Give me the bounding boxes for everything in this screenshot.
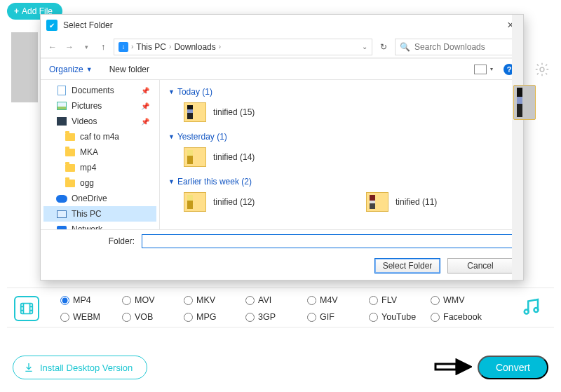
format-label: MPG [196, 312, 216, 322]
format-label: MP4 [73, 295, 91, 305]
format-radio[interactable] [60, 313, 69, 322]
format-label: 3GP [258, 312, 276, 322]
sidebar-item-videos[interactable]: Videos📌 [43, 114, 156, 129]
dialog-button-row: Select Folder Cancel [41, 252, 523, 280]
format-radio[interactable] [307, 296, 316, 305]
folder-item[interactable]: tinified (14) [184, 147, 310, 167]
sidebar-item-caf-to-m4a[interactable]: caf to m4a [43, 129, 156, 144]
format-option-mov[interactable]: MOV [122, 295, 184, 305]
view-mode-icon[interactable] [474, 65, 487, 74]
settings-icon[interactable] [534, 62, 550, 77]
breadcrumb-segment[interactable]: Downloads [174, 42, 215, 52]
sidebar-item-ogg[interactable]: ogg [43, 175, 156, 191]
section-heading[interactable]: ▼Today (1) [168, 87, 515, 97]
format-option-vob[interactable]: VOB [122, 312, 184, 322]
format-radio[interactable] [245, 313, 255, 322]
sidebar-item-network[interactable]: Network [43, 222, 156, 229]
sidebar-item-mka[interactable]: MKA [43, 144, 156, 160]
queue-placeholder [11, 32, 38, 102]
forward-icon[interactable]: → [63, 41, 76, 53]
format-option-mpg[interactable]: MPG [184, 312, 245, 322]
chevron-down-icon: ▼ [168, 178, 175, 185]
chevron-down-icon[interactable]: ⌄ [362, 43, 367, 50]
format-radio[interactable] [431, 313, 440, 322]
folder-content-pane[interactable]: ▼Today (1)tinified (15)▼Yesterday (1)tin… [160, 80, 523, 229]
folder-icon [366, 192, 388, 212]
format-radio[interactable] [184, 313, 193, 322]
format-option-mp4[interactable]: MP4 [60, 295, 122, 305]
chevron-right-icon: › [219, 43, 221, 50]
app-icon: ✔ [46, 20, 58, 31]
install-desktop-button[interactable]: Install Desktop Version [13, 356, 147, 379]
format-option-gif[interactable]: GIF [307, 312, 369, 322]
search-input[interactable] [414, 42, 513, 52]
format-radio[interactable] [369, 313, 378, 322]
format-radio[interactable] [369, 296, 378, 305]
chevron-down-icon[interactable]: ▾ [80, 41, 93, 53]
sidebar-item-label: This PC [72, 209, 102, 219]
folder-name-row: Folder: [41, 229, 523, 252]
section-heading[interactable]: ▼Yesterday (1) [168, 132, 515, 142]
sidebar-item-mp4[interactable]: mp4 [43, 160, 156, 175]
section-heading-label: Today (1) [177, 87, 212, 97]
format-label: M4V [320, 295, 338, 305]
organize-menu[interactable]: Organize ▼ [49, 65, 93, 74]
sidebar-item-label: MKA [80, 147, 98, 157]
folder-label: Folder: [50, 236, 137, 246]
up-icon[interactable]: ↑ [97, 41, 109, 53]
sidebar-item-onedrive[interactable]: OneDrive [43, 191, 156, 206]
folder-icon [184, 192, 206, 212]
search-box[interactable]: 🔍 [395, 39, 518, 55]
doc-icon [56, 86, 67, 95]
svg-rect-4 [435, 364, 457, 370]
folder-input[interactable] [142, 234, 513, 248]
organize-label: Organize [49, 65, 83, 74]
select-folder-button[interactable]: Select Folder [374, 258, 440, 273]
format-option-webm[interactable]: WEBM [60, 312, 122, 322]
format-radio[interactable] [245, 296, 255, 305]
format-option-facebook[interactable]: Facebook [431, 312, 492, 322]
section-heading[interactable]: ▼Earlier this week (2) [168, 177, 515, 187]
folder-item[interactable]: tinified (15) [184, 102, 310, 122]
format-radio[interactable] [307, 313, 316, 322]
format-option-mkv[interactable]: MKV [184, 295, 245, 305]
format-radio[interactable] [122, 296, 131, 305]
footer-bar: Install Desktop Version Convert [0, 356, 561, 379]
format-option-3gp[interactable]: 3GP [245, 312, 307, 322]
back-icon[interactable]: ← [46, 41, 59, 53]
format-label: YouTube [381, 312, 416, 322]
sidebar-item-this-pc[interactable]: This PC [43, 206, 156, 222]
sidebar-item-documents[interactable]: Documents📌 [43, 83, 156, 98]
pin-icon: 📌 [141, 118, 149, 126]
folder-tree-sidebar[interactable]: Documents📌Pictures📌Videos📌caf to m4aMKAm… [41, 80, 160, 229]
svg-point-2 [525, 310, 529, 314]
audio-mode-icon[interactable] [520, 296, 544, 320]
pin-icon: 📌 [141, 87, 149, 95]
annotation-arrow-icon [433, 358, 472, 377]
breadcrumb-segment[interactable]: This PC [136, 42, 166, 52]
convert-button[interactable]: Convert [478, 356, 548, 379]
formats-panel: MP4MOVMKVAVIM4VFLVWMVWEBMVOBMPG3GPGIFYou… [0, 290, 561, 327]
sidebar-item-pictures[interactable]: Pictures📌 [43, 98, 156, 114]
video-mode-icon[interactable] [14, 296, 39, 321]
refresh-icon[interactable]: ↻ [377, 40, 391, 54]
new-folder-button[interactable]: New folder [109, 65, 149, 74]
format-radio[interactable] [60, 296, 69, 305]
convert-label: Convert [496, 362, 530, 373]
folder-icon [65, 178, 76, 188]
sidebar-item-label: Network [72, 224, 102, 229]
format-option-youtube[interactable]: YouTube [369, 312, 431, 322]
cancel-button[interactable]: Cancel [447, 258, 513, 273]
section-heading-label: Earlier this week (2) [177, 177, 252, 187]
path-breadcrumb[interactable]: ↓ › This PC › Downloads › ⌄ [114, 39, 372, 55]
format-option-m4v[interactable]: M4V [307, 295, 369, 305]
format-option-wmv[interactable]: WMV [431, 295, 492, 305]
folder-item[interactable]: tinified (11) [366, 192, 492, 212]
format-option-avi[interactable]: AVI [245, 295, 307, 305]
format-radio[interactable] [431, 296, 440, 305]
format-option-flv[interactable]: FLV [369, 295, 431, 305]
format-radio[interactable] [122, 313, 131, 322]
format-radio[interactable] [184, 296, 193, 305]
downloads-icon: ↓ [119, 42, 128, 52]
folder-item[interactable]: tinified (12) [184, 192, 310, 212]
